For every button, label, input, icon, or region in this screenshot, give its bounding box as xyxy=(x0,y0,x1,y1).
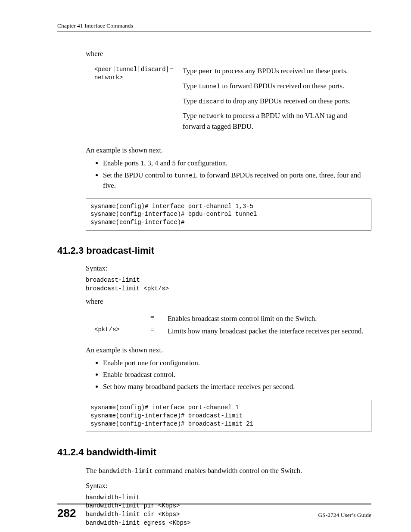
example-intro-2: An example is shown next. xyxy=(86,346,371,355)
eq-sign: = xyxy=(170,66,183,74)
example-list-1: Enable ports 1, 3, 4 and 5 for configura… xyxy=(103,158,371,191)
syntax-label: Syntax: xyxy=(86,264,371,273)
guide-title: GS-2724 User’s Guide xyxy=(318,512,372,519)
example-intro-1: An example is shown next. xyxy=(86,146,371,155)
syntax-code-1: broadcast-limit broadcast-limit <pkt/s> xyxy=(86,276,371,293)
page-footer: 282 GS-2724 User’s Guide xyxy=(57,504,371,520)
content-body: where <peer|tunnel|discard| network> = T… xyxy=(86,50,371,230)
r: to drop any BPDUs received on these port… xyxy=(224,97,351,105)
table-row: <pkt/s> = Limits how many broadcast pack… xyxy=(86,326,371,336)
r: to process any BPDUs received on these p… xyxy=(213,67,348,75)
section-heading-4123: 41.2.3 broadcast-limit xyxy=(57,245,371,256)
v: peer xyxy=(199,68,213,75)
list-item: Set how many broadband packets the inter… xyxy=(103,382,371,392)
example-list-2: Enable port one for configuration. Enabl… xyxy=(103,358,371,392)
list-item: Enable ports 1, 3, 4 and 5 for configura… xyxy=(103,158,371,168)
p: <pkt/s> xyxy=(94,326,150,333)
t: Type xyxy=(183,67,199,75)
code-example-2: sysname(config)# interface port-channel … xyxy=(86,400,371,432)
t: Set the BPDU control to xyxy=(103,171,174,179)
param-desc: Type peer to process any BPDUs received … xyxy=(183,66,371,137)
table-row: = Enables broadcast storm control limit … xyxy=(86,314,371,324)
list-item: Set the BPDU control to tunnel, to forwa… xyxy=(103,170,371,191)
list-item: Enable broadcast control. xyxy=(103,370,371,380)
eq: = xyxy=(150,326,168,334)
code-example-1: sysname(config)# interface port-channel … xyxy=(86,199,371,231)
t: Type xyxy=(183,112,199,120)
param-code: <peer|tunnel|discard| network> xyxy=(86,66,170,82)
d: Enables broadcast storm control limit on… xyxy=(168,314,371,324)
t: Type xyxy=(183,82,199,90)
v: network xyxy=(199,113,224,120)
where-label: where xyxy=(86,50,371,58)
v: discard xyxy=(199,98,224,105)
eq: = xyxy=(150,314,168,321)
where-label-2: where xyxy=(86,297,371,306)
page-number: 282 xyxy=(57,507,76,520)
param-row-bpdu: <peer|tunnel|discard| network> = Type pe… xyxy=(86,66,371,137)
d: Limits how many broadcast packet the int… xyxy=(168,326,371,336)
t: Type xyxy=(183,97,199,105)
bw-desc: The bandwidth-limit command enables band… xyxy=(86,466,371,476)
syntax-label-2: Syntax: xyxy=(86,482,371,490)
params-table-1: = Enables broadcast storm control limit … xyxy=(86,314,371,336)
t: The xyxy=(86,467,99,475)
list-item: Enable port one for configuration. xyxy=(103,358,371,368)
c: tunnel xyxy=(174,172,196,179)
section-4123-body: Syntax: broadcast-limit broadcast-limit … xyxy=(86,264,371,432)
r: to forward BPDUs received on these ports… xyxy=(220,82,344,90)
c: bandwidth-limit xyxy=(99,468,153,475)
v: tunnel xyxy=(199,83,220,90)
t: command enables bandwidth control on the… xyxy=(153,467,302,475)
page-header: Chapter 41 Interface Commands xyxy=(57,22,371,31)
section-heading-4124: 41.2.4 bandwidth-limit xyxy=(57,447,371,458)
